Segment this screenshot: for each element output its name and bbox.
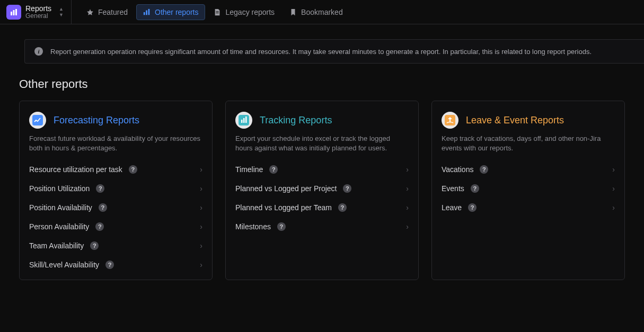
help-icon[interactable]: ? <box>95 222 104 231</box>
card-description: Export your schedule into excel or track… <box>235 134 409 152</box>
card-description: Keep track of vacations, days off, and o… <box>442 134 615 152</box>
tab-label: Featured <box>98 8 128 16</box>
leave-event-icon <box>442 112 458 129</box>
report-row[interactable]: Leave ? › <box>442 198 615 217</box>
tracking-icon <box>235 112 252 129</box>
report-row[interactable]: Milestones ? › <box>235 217 409 236</box>
tab-other-reports[interactable]: Other reports <box>136 4 205 20</box>
card-forecasting: Forecasting Reports Forecast future work… <box>19 101 213 280</box>
chevron-right-icon: › <box>200 261 202 269</box>
svg-rect-11 <box>243 118 245 123</box>
row-label: Position Utilization <box>29 184 90 193</box>
report-row[interactable]: Position Utilization ? › <box>29 179 202 198</box>
help-icon[interactable]: ? <box>129 165 137 174</box>
chevron-right-icon: › <box>200 165 202 174</box>
svg-rect-10 <box>241 120 243 123</box>
row-label: Planned vs Logged per Team <box>235 203 332 212</box>
help-icon[interactable]: ? <box>343 184 351 193</box>
brand-subtitle: General <box>25 13 51 20</box>
chevron-right-icon: › <box>406 222 409 231</box>
help-icon[interactable]: ? <box>96 184 104 193</box>
row-label: Team Availability <box>29 241 84 250</box>
report-row[interactable]: Team Availability ? › <box>29 236 202 255</box>
card-title: Forecasting Reports <box>54 115 139 126</box>
chevron-right-icon: › <box>612 203 615 212</box>
help-icon[interactable]: ? <box>105 261 114 269</box>
svg-rect-4 <box>146 10 147 15</box>
report-row[interactable]: Skill/Level Availability ? › <box>29 255 202 274</box>
help-icon[interactable]: ? <box>90 241 99 250</box>
svg-rect-8 <box>32 115 43 125</box>
chevron-right-icon: › <box>406 203 409 212</box>
chevron-right-icon: › <box>406 165 409 174</box>
card-description: Forecast future workload & availability … <box>29 134 202 152</box>
cards-container: Forecasting Reports Forecast future work… <box>0 101 644 280</box>
card-leave-event: Leave & Event Reports Keep track of vaca… <box>431 101 625 280</box>
row-label: Timeline <box>235 165 263 174</box>
svg-rect-12 <box>245 116 247 123</box>
card-title: Leave & Event Reports <box>466 115 564 126</box>
row-label: Vacations <box>442 165 473 174</box>
help-icon[interactable]: ? <box>99 203 107 212</box>
report-row[interactable]: Events ? › <box>442 179 615 198</box>
brand-title: Reports <box>25 4 51 13</box>
updown-icon: ▲▼ <box>59 7 64 17</box>
document-icon <box>214 8 221 16</box>
tab-legacy-reports[interactable]: Legacy reports <box>207 5 281 20</box>
svg-rect-2 <box>15 9 17 15</box>
chevron-right-icon: › <box>200 222 202 231</box>
row-label: Milestones <box>235 222 271 231</box>
tab-featured[interactable]: Featured <box>80 5 134 20</box>
report-row[interactable]: Person Availability ? › <box>29 217 202 236</box>
report-row[interactable]: Timeline ? › <box>235 160 409 179</box>
card-tracking: Tracking Reports Export your schedule in… <box>225 101 419 280</box>
tab-label: Legacy reports <box>225 8 275 16</box>
chevron-right-icon: › <box>200 203 202 212</box>
brand-selector[interactable]: Reports General ▲▼ <box>6 0 72 24</box>
svg-rect-1 <box>13 10 15 15</box>
report-row[interactable]: Planned vs Logged per Project ? › <box>235 179 409 198</box>
report-row[interactable]: Position Availability ? › <box>29 198 202 217</box>
card-title: Tracking Reports <box>260 115 332 126</box>
topbar: Reports General ▲▼ Featured Other report… <box>0 0 644 24</box>
help-icon[interactable]: ? <box>338 203 347 212</box>
info-icon: i <box>34 47 43 56</box>
help-icon[interactable]: ? <box>480 165 488 174</box>
tabs: Featured Other reports Legacy reports Bo… <box>80 4 349 20</box>
svg-rect-7 <box>216 12 219 13</box>
row-label: Skill/Level Availability <box>29 261 99 269</box>
help-icon[interactable]: ? <box>468 203 477 212</box>
report-row[interactable]: Planned vs Logged per Team ? › <box>235 198 409 217</box>
svg-rect-5 <box>148 8 150 14</box>
chevron-right-icon: › <box>612 184 615 193</box>
tab-label: Other reports <box>155 8 198 16</box>
svg-rect-3 <box>144 12 145 15</box>
forecasting-icon <box>29 112 46 129</box>
bar-chart-icon <box>143 8 151 16</box>
report-row[interactable]: Vacations ? › <box>442 160 615 179</box>
row-label: Position Availability <box>29 203 92 212</box>
info-banner: i Report generation operation requires s… <box>24 39 644 64</box>
chevron-right-icon: › <box>200 241 202 250</box>
row-label: Planned vs Logged per Project <box>235 184 337 193</box>
chevron-right-icon: › <box>406 184 409 193</box>
report-row[interactable]: Resource utilization per task ? › <box>29 160 202 179</box>
tab-bookmarked[interactable]: Bookmarked <box>283 5 349 20</box>
row-label: Events <box>442 184 464 193</box>
chevron-right-icon: › <box>200 184 202 193</box>
chevron-right-icon: › <box>612 165 615 174</box>
row-label: Leave <box>442 203 462 212</box>
row-label: Person Availability <box>29 222 89 231</box>
row-label: Resource utilization per task <box>29 165 122 174</box>
help-icon[interactable]: ? <box>269 165 278 174</box>
tab-label: Bookmarked <box>301 8 343 16</box>
info-text: Report generation operation requires sig… <box>50 48 592 56</box>
page-title: Other reports <box>19 77 644 91</box>
svg-rect-6 <box>216 11 219 12</box>
reports-app-icon <box>6 5 21 20</box>
bookmark-icon <box>289 8 297 16</box>
help-icon[interactable]: ? <box>471 184 479 193</box>
help-icon[interactable]: ? <box>277 222 286 231</box>
svg-rect-0 <box>11 12 12 15</box>
star-icon <box>86 8 94 16</box>
